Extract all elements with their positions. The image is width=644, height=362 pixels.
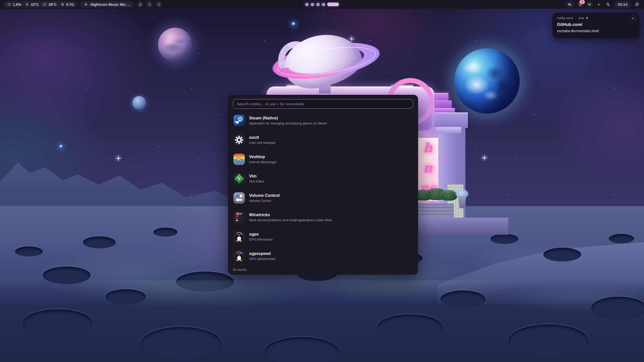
heart-icon <box>148 3 152 7</box>
crater <box>23 309 93 337</box>
list-item[interactable]: V Vim Text Editor <box>233 170 413 187</box>
media-player-widget[interactable]: Nightcore Music Mix 20... <box>80 1 134 8</box>
app-name: uuctl <box>249 135 275 140</box>
skull-button[interactable] <box>137 1 144 8</box>
clock-text: 00:24 <box>618 2 627 7</box>
heart-button-2[interactable] <box>155 1 162 8</box>
app-description: User unit manager <box>249 141 275 145</box>
dashboard-button[interactable] <box>634 1 640 8</box>
app-icon <box>233 231 245 242</box>
list-item[interactable]: xgpsspeed GPS speedometer <box>233 248 413 264</box>
small-planet <box>132 96 146 110</box>
notification-body: noctalia-dev/noctalia.shell <box>557 29 635 33</box>
crater <box>491 234 518 244</box>
app-description: Application for managing and playing gam… <box>249 121 327 125</box>
list-item[interactable]: Winetricks Work around problems and inst… <box>233 209 413 225</box>
bright-star <box>118 158 119 159</box>
brightness-button[interactable] <box>595 1 602 8</box>
list-item[interactable]: Vc Vesktop Internet Messenger <box>233 151 413 167</box>
app-description: GPS speedometer <box>249 257 275 261</box>
workspace-dot[interactable] <box>311 3 314 6</box>
moon-slash-icon <box>606 2 610 7</box>
notification-badge: 2 <box>579 0 585 4</box>
shop-planter-wall <box>415 204 454 218</box>
app-description: Work around problems and install applica… <box>249 218 332 222</box>
night-light-button[interactable] <box>605 1 612 8</box>
system-stats-widget: 1.8% 43°C 38°C 9.7G <box>4 1 77 8</box>
gpu-temp-stat: 38°C <box>43 2 56 7</box>
crater <box>591 297 644 319</box>
app-name: Volume Control <box>249 193 280 198</box>
crater <box>508 324 589 357</box>
memory-usage: 9.7G <box>66 3 74 7</box>
clock[interactable]: 00:24 <box>614 1 631 8</box>
tray-vesktop[interactable]: Vc <box>565 1 574 8</box>
app-icon <box>233 115 245 126</box>
heart-button[interactable] <box>146 1 153 8</box>
cpu-gauge-icon <box>7 2 11 7</box>
shop-walkway <box>403 218 508 235</box>
notification-header: notify-send · now <box>557 16 635 20</box>
bright-star <box>292 22 295 26</box>
app-description: Volume Control <box>249 199 280 203</box>
search-input[interactable] <box>233 99 413 109</box>
app-icon: V <box>233 173 245 184</box>
app-name: xgpsspeed <box>249 251 275 256</box>
cpu-temp-stat: 43°C <box>25 2 39 7</box>
list-item[interactable]: Volume Control Volume Control <box>233 190 413 206</box>
results-count: 62 results <box>233 268 247 272</box>
crater <box>440 290 486 308</box>
crater <box>106 289 146 304</box>
list-item[interactable]: Steam (Native) Application for managing … <box>233 112 413 129</box>
list-item[interactable]: uuctl User unit manager <box>233 131 413 148</box>
notifications-button[interactable]: 2 <box>577 1 584 8</box>
close-button[interactable]: × <box>629 15 636 22</box>
speaker-icon <box>587 2 592 7</box>
volume-button[interactable] <box>586 1 593 8</box>
bright-star <box>59 145 63 148</box>
memory-chip-icon <box>60 2 65 7</box>
crater <box>377 314 443 339</box>
monitor-icon <box>43 2 47 7</box>
app-icon <box>233 192 245 204</box>
cpu-percent: 1.8% <box>13 3 21 7</box>
bush <box>440 190 457 201</box>
notification-card[interactable]: notify-send · now × GitHub.com/ noctalia… <box>552 13 639 38</box>
memory-stat: 9.7G <box>60 2 74 7</box>
notification-title: GitHub.com/ <box>557 22 635 27</box>
pause-icon <box>84 2 88 7</box>
app-name: xgps <box>249 232 273 237</box>
app-description: Internet Messenger <box>249 160 277 164</box>
cpu-temp: 43°C <box>31 3 39 7</box>
app-description: GPS information <box>249 238 273 241</box>
workspace-dot[interactable] <box>305 3 309 6</box>
app-launcher-panel: Steam (Native) Application for managing … <box>228 95 418 275</box>
bright-star <box>351 38 352 39</box>
notification-app: notify-send <box>557 16 573 20</box>
crater <box>15 246 43 256</box>
results-list: Steam (Native) Application for managing … <box>233 112 413 264</box>
top-bar: 1.8% 43°C 38°C 9.7G Nightcore Music Mix … <box>0 0 644 9</box>
flame-icon <box>25 2 29 7</box>
media-title: Nightcore Music Mix 20... <box>90 3 131 7</box>
footer-divider <box>228 264 418 264</box>
workspace-dot[interactable] <box>316 3 320 6</box>
close-icon: × <box>632 17 634 21</box>
crater <box>153 228 177 237</box>
list-item[interactable]: xgps GPS information <box>233 228 413 245</box>
cpu-stat: 1.8% <box>7 2 21 7</box>
heart-icon <box>157 3 161 7</box>
workspace-active[interactable] <box>327 3 339 6</box>
unread-dot <box>586 17 588 19</box>
workspace-indicator <box>303 1 341 8</box>
app-icon <box>233 212 245 223</box>
app-icon: Vc <box>233 154 245 165</box>
crater <box>83 236 116 248</box>
gpu-temp: 38°C <box>48 3 56 7</box>
notification-time: now <box>578 16 584 20</box>
app-name: Winetricks <box>249 212 332 217</box>
workspace-dot[interactable] <box>322 3 326 6</box>
dashboard-grid-icon <box>635 2 639 7</box>
sun-icon <box>597 3 600 6</box>
app-name: Steam (Native) <box>249 116 327 120</box>
